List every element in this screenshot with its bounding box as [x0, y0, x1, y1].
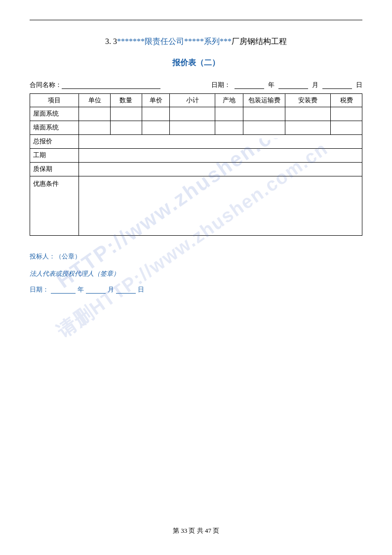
quote-table: 项目 单位 数量 单价 小计 产地 包装运输费 安装费 税费 屋面系统 [30, 93, 362, 236]
table-row: 屋面系统 [30, 107, 362, 121]
row-roof-unit [79, 107, 111, 121]
th-project: 项目 [30, 93, 79, 107]
row-period-label: 工期 [30, 148, 79, 162]
day-label: 日 [356, 81, 362, 89]
footer-year-label: 年 [78, 285, 84, 294]
row-roof-origin [215, 107, 243, 121]
main-title: 3. 3*******限责任公司*****系列***厂房钢结构工程 [30, 35, 362, 48]
footer-date-label: 日期： [30, 285, 49, 294]
page-number: 第 33 页 共 47 页 [0, 526, 392, 535]
month-label: 月 [312, 81, 318, 89]
row-roof-qty [110, 107, 142, 121]
row-wall-unit [79, 121, 111, 134]
table-row: 质保期 [30, 162, 362, 176]
contract-name-section: 合同名称： [30, 81, 160, 89]
year-label: 年 [268, 81, 274, 89]
th-unit-price: 单价 [142, 93, 170, 107]
footer-day-label: 日 [138, 285, 144, 294]
table-row: 墙面系统 [30, 121, 362, 134]
row-roof-install [285, 107, 331, 121]
bidder-line: 投标人：（公章） [30, 251, 362, 262]
row-discount-label: 优惠条件 [30, 176, 79, 235]
row-wall-install [285, 121, 331, 134]
table-header-row: 项目 单位 数量 单价 小计 产地 包装运输费 安装费 税费 [30, 93, 362, 107]
page-container: 3. 3*******限责任公司*****系列***厂房钢结构工程 报价表（二）… [0, 0, 392, 555]
table-row: 优惠条件 [30, 176, 362, 235]
contract-name-field [62, 81, 160, 89]
row-warranty-label: 质保期 [30, 162, 79, 176]
subtitle: 报价表（二） [30, 58, 362, 68]
month-field [278, 81, 308, 89]
th-install: 安装费 [285, 93, 331, 107]
row-roof-tax [331, 107, 362, 121]
title-company: *******限责任公司*****系列*** [117, 37, 232, 45]
th-origin: 产地 [215, 93, 243, 107]
th-unit: 单位 [79, 93, 111, 107]
row-wall-uprice [142, 121, 170, 134]
row-warranty-value [79, 162, 362, 176]
row-total-value [79, 134, 362, 148]
row-roof-pkg [243, 107, 285, 121]
date-line: 日期： 年 月 日 [30, 285, 362, 294]
day-field [322, 81, 352, 89]
footer-month-label: 月 [108, 285, 114, 294]
title-suffix: 厂房钢结构工程 [232, 37, 287, 45]
th-packaging: 包装运输费 [243, 93, 285, 107]
contract-header: 合同名称： 日期： 年 月 日 [30, 81, 362, 89]
table-row: 工期 [30, 148, 362, 162]
row-roof-uprice [142, 107, 170, 121]
legal-rep-line: 法人代表或授权代理人（签章） [30, 268, 362, 279]
title-prefix: 3. 3 [105, 37, 117, 45]
footer-section: 投标人：（公章） 法人代表或授权代理人（签章） 日期： 年 月 日 [30, 251, 362, 295]
row-wall-pkg [243, 121, 285, 134]
row-roof-label: 屋面系统 [30, 107, 79, 121]
row-discount-value [79, 176, 362, 235]
row-total-label: 总报价 [30, 134, 79, 148]
footer-month-field [86, 286, 106, 294]
footer-year-field [51, 286, 76, 294]
year-field [235, 81, 264, 89]
contract-name-label: 合同名称： [30, 81, 62, 89]
th-tax: 税费 [331, 93, 362, 107]
row-wall-tax [331, 121, 362, 134]
footer-day-field [116, 286, 136, 294]
table-row: 总报价 [30, 134, 362, 148]
th-subtotal: 小计 [170, 93, 215, 107]
row-roof-subtotal [170, 107, 215, 121]
top-divider [30, 20, 362, 20]
row-wall-label: 墙面系统 [30, 121, 79, 134]
contract-date-section: 日期： 年 月 日 [211, 81, 362, 89]
date-label: 日期： [211, 81, 231, 89]
row-wall-subtotal [170, 121, 215, 134]
row-period-value [79, 148, 362, 162]
row-wall-qty [110, 121, 142, 134]
th-quantity: 数量 [110, 93, 142, 107]
row-wall-origin [215, 121, 243, 134]
